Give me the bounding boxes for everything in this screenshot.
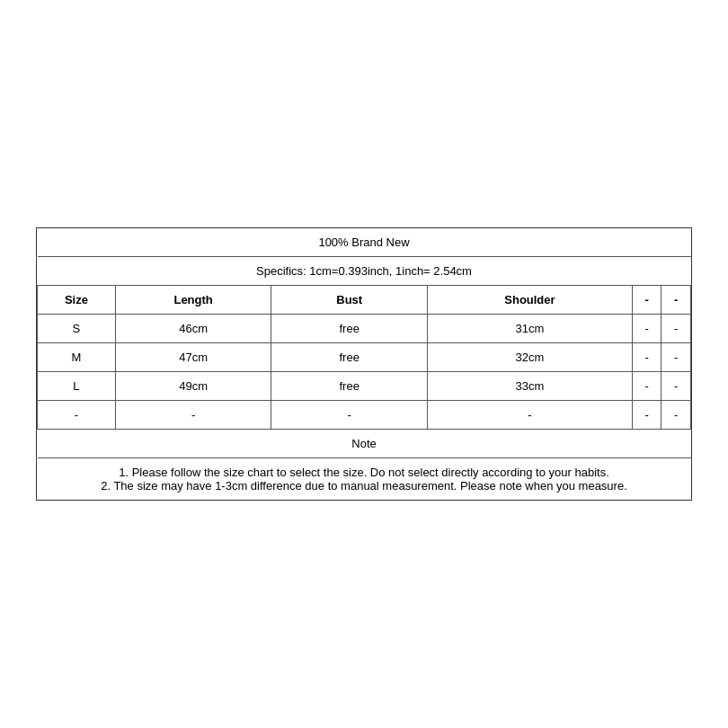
cell-size-m: M: [38, 343, 116, 372]
cell-size-empty: -: [38, 401, 116, 430]
cell-shoulder-empty: -: [428, 401, 633, 430]
brand-new-text: 100% Brand New: [318, 235, 409, 249]
col-6: -: [661, 286, 691, 315]
table-row: S 46cm free 31cm - -: [38, 315, 691, 343]
cell-6-s: -: [661, 315, 691, 343]
size-chart-container: 100% Brand New Specifics: 1cm=0.393inch,…: [36, 227, 692, 501]
cell-5-m: -: [632, 343, 661, 372]
cell-length-l: 49cm: [115, 372, 271, 401]
cell-shoulder-l: 33cm: [428, 372, 633, 401]
cell-bust-s: free: [271, 315, 428, 343]
cell-size-l: L: [38, 372, 116, 401]
note-line-2: 2. The size may have 1-3cm difference du…: [43, 479, 686, 493]
note-header-row: Note: [38, 430, 691, 458]
cell-6-empty: -: [661, 401, 691, 430]
col-5: -: [632, 286, 661, 315]
table-row: L 49cm free 33cm - -: [38, 372, 691, 401]
col-length: Length: [115, 286, 271, 315]
cell-shoulder-s: 31cm: [428, 315, 633, 343]
size-table: 100% Brand New Specifics: 1cm=0.393inch,…: [37, 228, 691, 500]
cell-size-s: S: [38, 315, 116, 343]
col-bust: Bust: [271, 286, 428, 315]
table-row-empty: - - - - - -: [38, 401, 691, 430]
table-row: M 47cm free 32cm - -: [38, 343, 691, 372]
note-text-row: 1. Please follow the size chart to selec…: [38, 458, 691, 501]
cell-length-s: 46cm: [115, 315, 271, 343]
column-headers-row: Size Length Bust Shoulder - -: [38, 286, 691, 315]
specifics-row: Specifics: 1cm=0.393inch, 1inch= 2.54cm: [38, 257, 691, 286]
cell-length-empty: -: [115, 401, 271, 430]
cell-6-l: -: [661, 372, 691, 401]
col-shoulder: Shoulder: [428, 286, 633, 315]
col-size: Size: [38, 286, 116, 315]
cell-bust-l: free: [271, 372, 428, 401]
note-line-1: 1. Please follow the size chart to selec…: [43, 466, 686, 479]
cell-5-s: -: [632, 315, 661, 343]
cell-bust-m: free: [271, 343, 428, 372]
cell-length-m: 47cm: [115, 343, 271, 372]
cell-bust-empty: -: [271, 401, 428, 430]
cell-shoulder-m: 32cm: [428, 343, 633, 372]
specifics-text: Specifics: 1cm=0.393inch, 1inch= 2.54cm: [256, 264, 472, 278]
note-label: Note: [351, 437, 376, 450]
brand-new-row: 100% Brand New: [38, 228, 691, 257]
cell-6-m: -: [661, 343, 691, 372]
cell-5-l: -: [632, 372, 661, 401]
cell-5-empty: -: [632, 401, 661, 430]
